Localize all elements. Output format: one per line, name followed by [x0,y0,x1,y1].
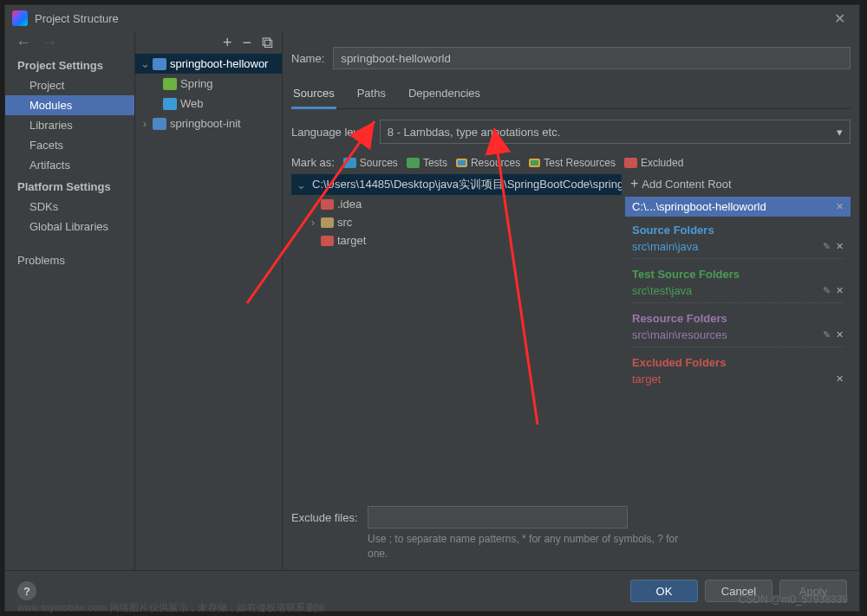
back-icon[interactable]: ← [16,34,31,52]
edit-icon[interactable]: ✎ [823,241,831,252]
spring-icon [163,78,177,90]
chevron-down-icon: ▾ [837,126,843,139]
add-module-icon[interactable]: + [223,34,232,52]
tab-sources[interactable]: Sources [291,81,336,109]
mark-as-label: Mark as: [291,156,335,169]
language-level-label: Language level: [291,126,371,139]
sidebar-item-libraries[interactable]: Libraries [5,115,134,135]
module-facet-spring[interactable]: Spring [135,74,282,94]
edit-icon[interactable]: ✎ [823,329,831,340]
remove-content-root-icon[interactable]: ✕ [836,201,844,212]
forward-icon: → [42,34,57,52]
excluded-folder-icon [321,236,334,246]
sidebar: ← → Project Settings Project Modules Lib… [5,31,135,570]
remove-icon[interactable]: ✕ [836,285,844,296]
module-name-input[interactable] [333,47,851,69]
background-footer-text: www.toymoban.com 网络图片仅供展示，未存储，如有侵权请联系删除 [17,601,325,614]
platform-settings-header: Platform Settings [5,175,134,197]
module-icon [153,58,166,70]
ok-button[interactable]: OK [630,580,698,602]
remove-icon[interactable]: ✕ [836,329,844,340]
chevron-down-icon[interactable]: ⌄ [297,178,305,191]
exclude-files-label: Exclude files: [291,511,359,524]
module-tabs: Sources Paths Dependencies [291,81,851,109]
source-folder-path[interactable]: src\main\java [632,240,699,253]
add-icon[interactable]: + [630,176,638,191]
excluded-folder-icon [624,158,637,168]
resource-folders-title: Resource Folders [632,308,844,327]
tab-dependencies[interactable]: Dependencies [407,81,482,108]
content-target-row[interactable]: target [291,231,622,250]
folder-icon [321,217,334,228]
module-tree-panel: + − ⧉ ⌄ springboot-hellowor Spring Web ›… [135,31,283,570]
watermark: CSDN @m0_57938339 [739,593,848,606]
chevron-right-icon[interactable]: › [140,117,149,130]
project-settings-header: Project Settings [5,54,134,75]
content-tree[interactable]: ⌄ C:\Users\14485\Desktop\java实训项目\Spring… [291,174,622,501]
resources-folder-icon [456,159,467,167]
window-title: Project Structure [35,12,119,25]
exclude-files-input[interactable] [368,506,628,528]
tests-folder-icon [407,158,420,168]
sidebar-item-sdks[interactable]: SDKs [5,197,134,217]
test-source-folder-path[interactable]: src\test\java [632,284,692,297]
test-resources-folder-icon [529,159,540,167]
test-source-folders-title: Test Source Folders [632,264,844,282]
excluded-folder-icon [321,199,334,210]
sources-folder-icon [343,158,356,168]
content-idea-row[interactable]: .idea [291,195,622,213]
sidebar-item-modules[interactable]: Modules [5,95,134,115]
exclude-hint: Use ; to separate name patterns, * for a… [291,528,690,561]
module-tree-second[interactable]: › springboot-init [135,113,282,133]
excluded-folder-path[interactable]: target [632,373,661,386]
mark-excluded-button[interactable]: Excluded [624,157,683,169]
copy-module-icon[interactable]: ⧉ [262,34,273,52]
edit-icon[interactable]: ✎ [823,285,831,296]
content-root-panel: + Add Content Root C:\...\springboot-hel… [625,174,851,501]
remove-icon[interactable]: ✕ [836,373,844,385]
content-src-row[interactable]: › src [291,213,622,231]
web-icon [163,98,177,110]
close-icon[interactable]: ✕ [827,7,852,30]
sidebar-item-global-libraries[interactable]: Global Libraries [5,217,134,237]
project-structure-dialog: Project Structure ✕ ← → Project Settings… [4,4,860,612]
name-label: Name: [291,52,324,65]
remove-icon[interactable]: ✕ [836,241,844,252]
help-button[interactable]: ? [17,581,36,600]
module-icon [153,118,166,130]
mark-sources-button[interactable]: Sources [343,157,398,169]
module-facet-web[interactable]: Web [135,94,282,113]
titlebar: Project Structure ✕ [5,5,859,31]
app-logo-icon [12,10,28,26]
content-root-path[interactable]: C:\...\springboot-helloworld ✕ [625,197,851,217]
remove-module-icon[interactable]: − [242,34,251,52]
mark-resources-button[interactable]: Resources [456,157,520,169]
sidebar-item-problems[interactable]: Problems [5,250,134,270]
source-folders-title: Source Folders [632,220,844,238]
sidebar-item-facets[interactable]: Facets [5,135,134,155]
content-root-row[interactable]: ⌄ C:\Users\14485\Desktop\java实训项目\Spring… [291,174,622,195]
mark-test-resources-button[interactable]: Test Resources [529,157,616,169]
chevron-right-icon[interactable]: › [309,216,317,229]
main-panel: Name: Sources Paths Dependencies Languag… [283,31,859,570]
resource-folder-path[interactable]: src\main\resources [632,328,727,341]
add-content-root-button[interactable]: Add Content Root [642,178,731,191]
sidebar-item-artifacts[interactable]: Artifacts [5,155,134,175]
excluded-folders-title: Excluded Folders [632,353,844,371]
module-tree-root[interactable]: ⌄ springboot-hellowor [135,54,282,74]
language-level-select[interactable]: 8 - Lambdas, type annotations etc. ▾ [380,120,851,144]
tab-paths[interactable]: Paths [355,81,388,108]
sidebar-item-project[interactable]: Project [5,75,134,95]
chevron-down-icon[interactable]: ⌄ [140,57,149,70]
mark-tests-button[interactable]: Tests [407,157,447,169]
